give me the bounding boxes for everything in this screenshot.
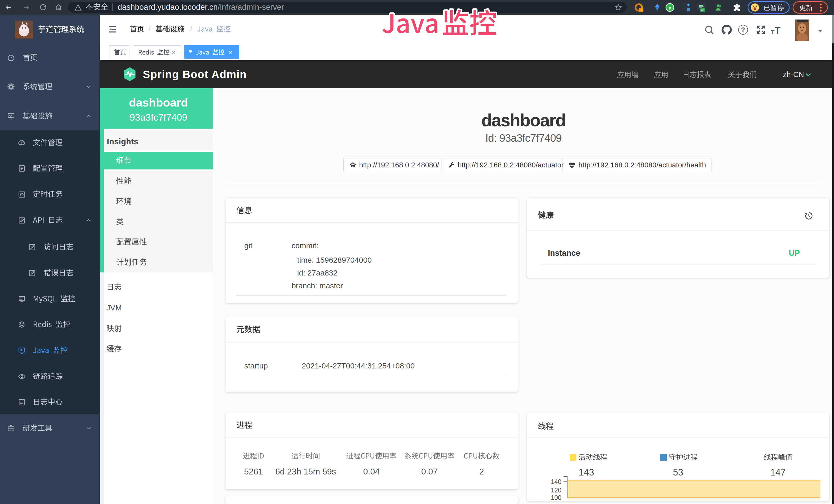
svg-text:on: on — [701, 8, 704, 12]
svg-text:1: 1 — [640, 8, 642, 12]
svg-text:y: y — [668, 5, 672, 10]
